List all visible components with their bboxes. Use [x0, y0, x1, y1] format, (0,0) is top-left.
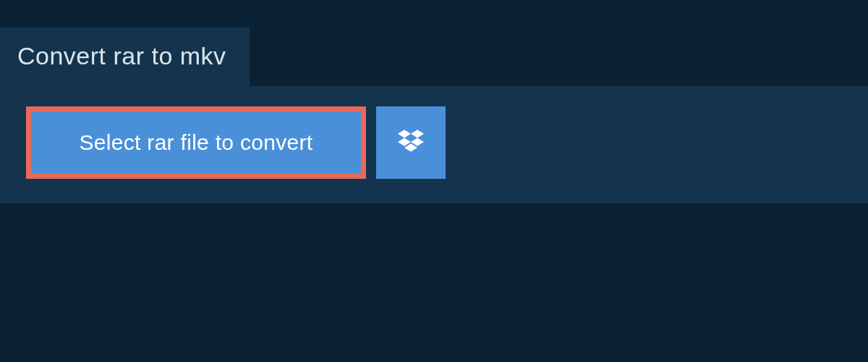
dropbox-icon: [398, 130, 424, 156]
page-title: Convert rar to mkv: [17, 42, 226, 70]
select-file-highlight: Select rar file to convert: [26, 106, 366, 179]
tab-header: Convert rar to mkv: [0, 28, 250, 86]
button-row: Select rar file to convert: [26, 106, 842, 179]
select-file-label: Select rar file to convert: [80, 130, 313, 155]
select-file-button[interactable]: Select rar file to convert: [31, 111, 361, 174]
dropbox-button[interactable]: [376, 106, 446, 179]
content-panel: Select rar file to convert: [0, 86, 868, 203]
